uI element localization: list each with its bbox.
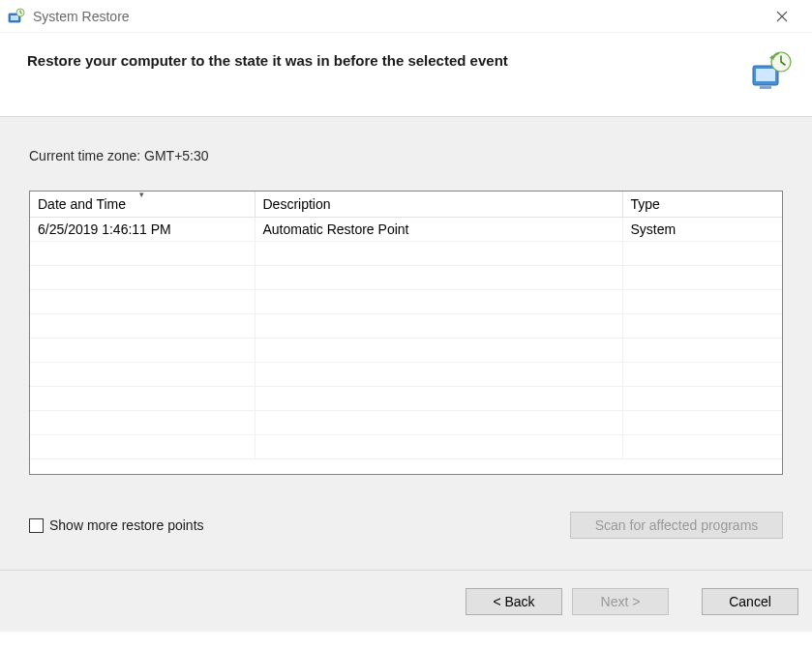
column-header-description[interactable]: Description xyxy=(255,192,622,218)
table-row xyxy=(30,290,782,314)
table-row xyxy=(30,411,782,435)
wizard-header: Restore your computer to the state it wa… xyxy=(0,33,812,117)
window-title: System Restore xyxy=(33,9,760,24)
checkbox-box xyxy=(29,518,44,533)
show-more-checkbox[interactable]: Show more restore points xyxy=(29,517,204,533)
sort-desc-icon: ▾ xyxy=(139,191,144,199)
system-restore-app-icon xyxy=(8,8,25,25)
table-row xyxy=(30,387,782,411)
next-button[interactable]: Next > xyxy=(572,588,669,615)
table-row xyxy=(30,266,782,290)
timezone-label: Current time zone: GMT+5:30 xyxy=(29,148,783,163)
titlebar: System Restore xyxy=(0,0,812,33)
cell-description: Automatic Restore Point xyxy=(255,218,622,242)
cancel-button[interactable]: Cancel xyxy=(702,588,798,615)
content-area: Current time zone: GMT+5:30 ▾ Date and T… xyxy=(0,117,812,570)
cell-type: System xyxy=(622,218,782,242)
svg-rect-1 xyxy=(11,15,18,20)
back-button[interactable]: < Back xyxy=(466,588,562,615)
table-row xyxy=(30,242,782,266)
table-row xyxy=(30,314,782,339)
table-row xyxy=(30,435,782,459)
table-row xyxy=(30,339,782,363)
close-button[interactable] xyxy=(760,0,804,33)
column-label: Date and Time xyxy=(38,196,126,212)
wizard-heading: Restore your computer to the state it wa… xyxy=(27,50,738,69)
below-table-row: Show more restore points Scan for affect… xyxy=(29,512,783,539)
column-label: Description xyxy=(263,196,331,212)
system-restore-icon xyxy=(750,50,793,93)
column-header-type[interactable]: Type xyxy=(622,192,782,218)
column-header-datetime[interactable]: ▾ Date and Time xyxy=(30,192,255,218)
wizard-footer: < Back Next > Cancel xyxy=(0,570,812,632)
table-row[interactable]: 6/25/2019 1:46:11 PM Automatic Restore P… xyxy=(30,218,782,242)
scan-affected-button[interactable]: Scan for affected programs xyxy=(570,512,783,539)
cell-datetime: 6/25/2019 1:46:11 PM xyxy=(30,218,255,242)
column-label: Type xyxy=(631,196,660,212)
table-row xyxy=(30,363,782,387)
restore-points-table[interactable]: ▾ Date and Time Description Type 6/25/20… xyxy=(29,191,783,475)
svg-rect-7 xyxy=(760,86,771,89)
table-header-row: ▾ Date and Time Description Type xyxy=(30,192,782,218)
svg-rect-6 xyxy=(756,69,775,81)
checkbox-label: Show more restore points xyxy=(49,517,204,533)
